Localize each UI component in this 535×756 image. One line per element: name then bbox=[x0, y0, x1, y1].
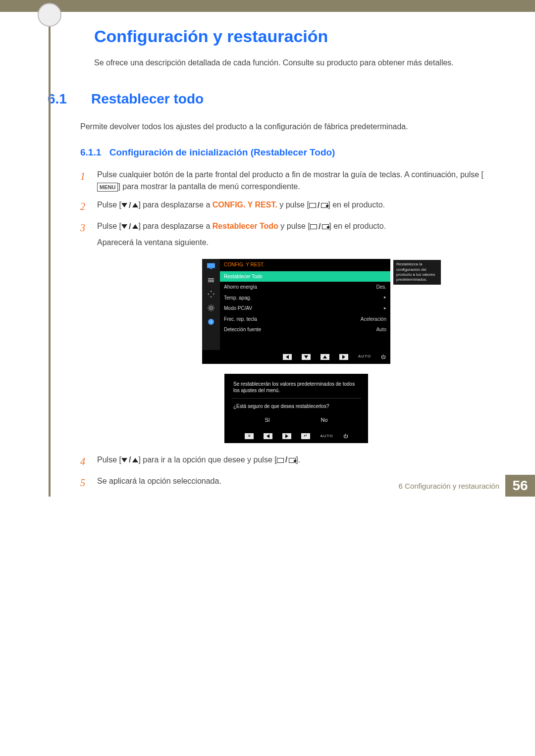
expand-icon bbox=[206, 290, 216, 299]
osd-sidebar: i bbox=[202, 259, 220, 350]
svg-text:i: i bbox=[211, 319, 212, 324]
monitor-icon bbox=[206, 262, 216, 271]
svg-rect-3 bbox=[208, 280, 214, 281]
osd-item: Detección fuenteAuto bbox=[220, 324, 390, 335]
confirm-yes: Sí bbox=[265, 416, 269, 424]
left-button-icon bbox=[264, 433, 272, 439]
chapter-badge bbox=[38, 3, 61, 27]
subsection-number: 6.1.1 bbox=[80, 147, 101, 157]
osd-button-bar: AUTO bbox=[202, 350, 390, 364]
gear-icon bbox=[206, 303, 216, 312]
rect-enter-icon: / bbox=[309, 200, 328, 212]
svg-rect-4 bbox=[208, 281, 214, 282]
power-icon bbox=[381, 353, 385, 361]
confirm-button-bar: AUTO bbox=[224, 431, 368, 440]
step-4: 4 Pulse [/] para ir a la opción que dese… bbox=[80, 454, 495, 469]
osd-item: Temp. apag.▸ bbox=[220, 293, 390, 303]
subsection-title: Configuración de inicialización (Restabl… bbox=[109, 147, 335, 157]
section-description: Permite devolver todos los ajustes del p… bbox=[80, 121, 495, 133]
divider bbox=[231, 398, 361, 399]
rect-enter-icon: / bbox=[277, 454, 296, 466]
svg-rect-2 bbox=[208, 278, 214, 279]
enter-button-icon bbox=[301, 433, 310, 439]
confirm-no: No bbox=[321, 416, 328, 424]
svg-rect-0 bbox=[208, 263, 215, 268]
list-icon bbox=[206, 276, 216, 285]
down-up-icon: / bbox=[121, 221, 138, 233]
step-3: 3 Pulse [/] para desplazarse a Restablec… bbox=[80, 220, 495, 448]
intro-text: Se ofrece una descripción detallada de c… bbox=[94, 57, 495, 69]
steps-list: 1 Pulse cualquier botón de la parte fron… bbox=[80, 169, 495, 491]
osd-main-panel: CONFIG. Y REST. Restablecer Todo Ahorro … bbox=[220, 259, 390, 350]
right-button-icon bbox=[282, 433, 291, 439]
page-number: 56 bbox=[505, 475, 535, 497]
section-title: Restablecer todo bbox=[91, 91, 204, 107]
down-up-icon: / bbox=[121, 454, 138, 466]
left-margin-rule bbox=[49, 0, 51, 497]
up-button-icon bbox=[321, 354, 329, 360]
down-up-icon: / bbox=[121, 200, 138, 212]
power-icon bbox=[343, 432, 348, 440]
info-icon: i bbox=[206, 317, 216, 326]
osd-menu-screenshot: i CONFIG. Y REST. Restablecer Todo Ahorr… bbox=[202, 259, 390, 363]
confirm-dialog-screenshot: Se restablecerán los valores predetermin… bbox=[224, 374, 368, 443]
auto-label: AUTO bbox=[358, 353, 371, 359]
step-number: 4 bbox=[80, 454, 89, 469]
footer-chapter-label: 6 Configuración y restauración bbox=[399, 482, 499, 490]
osd-item: Ahorro energíaDes. bbox=[220, 282, 390, 293]
auto-label: AUTO bbox=[320, 433, 333, 439]
page-title: Configuración y restauración bbox=[94, 27, 495, 46]
rect-enter-icon: / bbox=[310, 221, 329, 233]
step-number: 1 bbox=[80, 169, 89, 194]
step-1: 1 Pulse cualquier botón de la parte fron… bbox=[80, 169, 495, 194]
svg-point-5 bbox=[210, 306, 212, 309]
confirm-message: Se restablecerán los valores predetermin… bbox=[224, 381, 368, 394]
step-number: 3 bbox=[80, 220, 89, 448]
confirm-question: ¿Está seguro de que desea restablecerlos… bbox=[224, 403, 368, 410]
svg-rect-1 bbox=[210, 268, 213, 269]
osd-item-selected: Restablecer Todo bbox=[220, 271, 390, 282]
step-number: 2 bbox=[80, 199, 89, 214]
menu-key-icon: MENU bbox=[97, 183, 118, 192]
step-2: 2 Pulse [/] para desplazarse a CONFIG. Y… bbox=[80, 199, 495, 214]
down-button-icon bbox=[302, 354, 311, 360]
osd-item: Frec. rep. teclaAceleración bbox=[220, 314, 390, 325]
osd-heading: CONFIG. Y REST. bbox=[220, 259, 390, 271]
right-button-icon bbox=[339, 354, 348, 360]
osd-tooltip: Restablezca la configuración del product… bbox=[393, 260, 441, 285]
osd-item: Modo PC/AV▸ bbox=[220, 303, 390, 314]
page-footer: 6 Configuración y restauración 56 bbox=[0, 475, 535, 497]
close-button-icon bbox=[245, 433, 254, 439]
header-bar bbox=[0, 0, 535, 12]
section-number: 6.1 bbox=[48, 91, 79, 107]
left-button-icon bbox=[283, 354, 292, 360]
